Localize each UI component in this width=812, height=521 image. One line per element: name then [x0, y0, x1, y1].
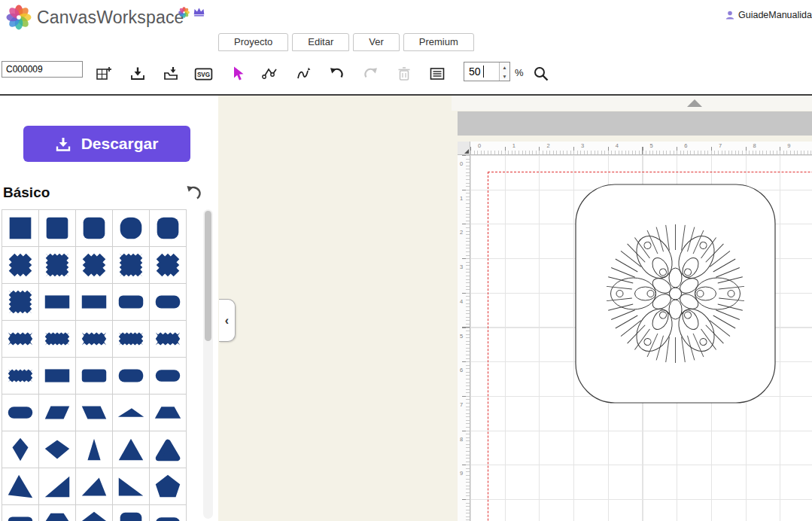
shape-oval[interactable] — [2, 395, 39, 431]
toolbar: SVG — [0, 51, 812, 96]
object-list-button[interactable] — [427, 64, 447, 84]
shape-rounded-rectangle-5[interactable] — [2, 505, 39, 521]
shape-flat-triangle[interactable] — [113, 395, 150, 431]
shape-right-triangle-2[interactable] — [113, 468, 150, 505]
zoom-tool-button[interactable] — [531, 64, 551, 84]
zoom-increase-button[interactable]: ▲ — [500, 62, 509, 72]
square-icon — [5, 212, 36, 244]
zoom-decrease-button[interactable]: ▼ — [500, 72, 509, 81]
project-code-input[interactable] — [2, 61, 83, 78]
rounded-square-3-icon — [115, 212, 147, 244]
scalloped-rectangle-5-icon — [152, 323, 184, 355]
tab-editar[interactable]: Editar — [292, 33, 349, 51]
pentagon-2-icon — [78, 507, 110, 521]
ruler-corner — [458, 142, 470, 155]
svg-import-button[interactable]: SVG — [193, 64, 214, 84]
shape-scalloped-rectangle-2[interactable] — [39, 321, 76, 358]
shape-scalloped-rectangle-1[interactable] — [2, 321, 39, 358]
shape-rounded-square-4[interactable] — [150, 210, 187, 247]
node-edit-tool-button[interactable] — [260, 64, 280, 84]
shape-rounded-rectangle-2[interactable] — [150, 284, 187, 321]
tab-premium[interactable]: Premium — [403, 33, 474, 51]
shape-scalloped-rectangle-3[interactable] — [76, 321, 113, 358]
rectangle-2-icon — [78, 286, 110, 318]
shape-tall-triangle[interactable] — [2, 468, 39, 505]
shape-rectangle-2[interactable] — [76, 284, 113, 321]
back-button[interactable] — [184, 184, 204, 204]
delete-button[interactable] — [394, 64, 414, 84]
shape-square[interactable] — [2, 210, 39, 247]
download-to-mat-button[interactable] — [128, 64, 147, 84]
tall-triangle-icon — [5, 471, 36, 502]
redo-icon — [362, 66, 379, 82]
shape-pentagon[interactable] — [150, 468, 187, 505]
h-ruler-number: 4 — [616, 142, 619, 149]
vertical-ruler: 0123456789 — [458, 155, 470, 521]
zoom-input[interactable] — [464, 62, 499, 81]
freehand-draw-tool-button[interactable] — [294, 64, 314, 84]
scalloped-rectangle-4-icon — [115, 323, 147, 355]
shape-scalloped-rectangle-6[interactable] — [2, 358, 39, 395]
new-mat-icon — [96, 66, 112, 82]
shape-triangle[interactable] — [113, 431, 150, 468]
shape-pentagon-2[interactable] — [76, 505, 113, 521]
send-to-machine-button[interactable] — [161, 64, 181, 84]
horizontal-scrollbar[interactable] — [458, 111, 812, 136]
shape-rounded-rectangle-4[interactable] — [113, 358, 150, 395]
shape-scalloped-square-4[interactable] — [113, 247, 150, 284]
shape-scalloped-rectangle-5[interactable] — [150, 321, 187, 358]
shape-rounded-triangle[interactable] — [150, 431, 187, 468]
rounded-square-4-icon — [152, 212, 184, 244]
h-ruler-number: 5 — [650, 142, 653, 149]
trash-icon — [396, 66, 412, 82]
design-canvas[interactable] — [470, 155, 812, 521]
shape-scalene-triangle[interactable] — [76, 468, 113, 505]
shape-scalloped-rectangle-4[interactable] — [113, 321, 150, 358]
app-logo[interactable]: CanvasWorkspace — [6, 5, 184, 30]
shape-pill-2[interactable] — [150, 505, 187, 521]
shape-narrow-triangle[interactable] — [76, 431, 113, 468]
user-account[interactable]: GuiadeManualida — [725, 9, 812, 21]
shapes-scrollbar-thumb[interactable] — [205, 211, 211, 341]
scroll-up-arrow-icon[interactable] — [687, 99, 702, 107]
tab-ver[interactable]: Ver — [353, 33, 400, 51]
shape-rectangle-1[interactable] — [39, 284, 76, 321]
shape-rounded-square-2[interactable] — [76, 210, 113, 247]
canvas-region: 0123456789 0123456789 — [452, 96, 812, 521]
shape-trapezoid[interactable] — [150, 395, 187, 431]
undo-button[interactable] — [327, 64, 347, 84]
shape-kite[interactable] — [2, 431, 39, 468]
pentagon-icon — [152, 471, 184, 502]
shape-parallelogram-2[interactable] — [76, 395, 113, 431]
shape-scalloped-square-5[interactable] — [150, 247, 187, 284]
h-ruler-number: 8 — [753, 142, 756, 149]
shape-scalloped-square-3[interactable] — [76, 247, 113, 284]
new-mat-button[interactable] — [94, 64, 114, 84]
tab-proyecto[interactable]: Proyecto — [218, 33, 288, 51]
shape-right-triangle-1[interactable] — [39, 468, 76, 505]
shape-parallelogram-1[interactable] — [39, 395, 76, 431]
user-avatar-icon — [725, 9, 735, 21]
shape-rounded-square-3[interactable] — [113, 210, 150, 247]
download-button[interactable]: Descargar — [23, 126, 190, 162]
v-ruler-number: 9 — [460, 470, 463, 477]
shape-pill[interactable] — [150, 358, 187, 395]
shape-diamond[interactable] — [39, 431, 76, 468]
download-button-label: Descargar — [81, 135, 159, 153]
shape-rounded-square-5[interactable] — [113, 505, 150, 521]
shape-rounded-rectangle-1[interactable] — [113, 284, 150, 321]
shape-hexagon[interactable] — [39, 505, 76, 521]
shape-rounded-rectangle-3[interactable] — [76, 358, 113, 395]
scalloped-rectangle-2-icon — [41, 323, 73, 355]
shape-rectangle-3[interactable] — [39, 358, 76, 395]
rounded-square-1-icon — [41, 212, 73, 244]
select-tool-button[interactable] — [228, 64, 248, 84]
shape-scalloped-square-1[interactable] — [2, 247, 39, 284]
shapes-scrollbar[interactable] — [203, 209, 213, 519]
shape-scalloped-square-2[interactable] — [39, 247, 76, 284]
shape-scalloped-square-6[interactable] — [2, 284, 39, 321]
collapse-panel-tab[interactable]: ‹ — [219, 299, 236, 342]
scalene-triangle-icon — [78, 471, 110, 502]
redo-button[interactable] — [360, 64, 380, 84]
shape-rounded-square-1[interactable] — [39, 210, 76, 247]
